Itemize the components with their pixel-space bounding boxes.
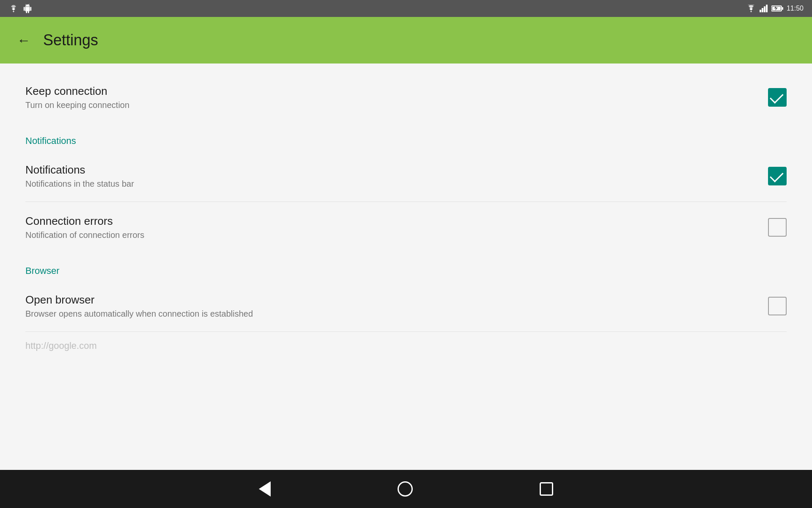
status-bar: 11:50	[0, 0, 812, 17]
setting-title-open-browser: Open browser	[25, 293, 253, 306]
status-left-icons	[8, 4, 32, 13]
signal-icon	[760, 5, 768, 12]
url-placeholder: http://google.com	[25, 340, 97, 351]
checkbox-notifications[interactable]	[768, 167, 787, 185]
nav-back-button[interactable]	[259, 481, 271, 497]
nav-back-icon	[259, 481, 271, 497]
setting-text-open-browser: Open browser Browser opens automatically…	[25, 293, 253, 319]
wifi-icon	[8, 5, 19, 12]
setting-item-open-browser[interactable]: Open browser Browser opens automatically…	[0, 281, 812, 331]
section-title-browser: Browser	[25, 265, 60, 276]
setting-subtitle-open-browser: Browser opens automatically when connect…	[25, 309, 253, 319]
setting-title-notifications: Notifications	[25, 163, 134, 177]
setting-text-connection-errors: Connection errors Notification of connec…	[25, 215, 144, 240]
setting-subtitle-connection-errors: Notification of connection errors	[25, 230, 144, 240]
setting-text-keep-connection: Keep connection Turn on keeping connecti…	[25, 85, 129, 110]
nav-recents-button[interactable]	[540, 482, 553, 496]
setting-item-connection-errors[interactable]: Connection errors Notification of connec…	[0, 202, 812, 253]
section-header-browser: Browser	[0, 253, 812, 281]
page-title: Settings	[43, 31, 98, 49]
setting-title-connection-errors: Connection errors	[25, 215, 144, 228]
battery-status-icon	[771, 5, 783, 12]
nav-recents-icon	[540, 482, 553, 496]
svg-rect-6	[782, 7, 783, 10]
svg-rect-1	[762, 8, 763, 12]
checkbox-open-browser[interactable]	[768, 297, 787, 315]
android-icon	[23, 4, 32, 13]
section-header-notifications: Notifications	[0, 123, 812, 151]
setting-item-keep-connection[interactable]: Keep connection Turn on keeping connecti…	[0, 72, 812, 123]
url-area[interactable]: http://google.com	[0, 332, 812, 364]
checkbox-keep-connection[interactable]	[768, 88, 787, 107]
nav-home-button[interactable]	[398, 481, 413, 497]
setting-subtitle-notifications: Notifications in the status bar	[25, 179, 134, 189]
section-title-notifications: Notifications	[25, 135, 76, 146]
app-bar: ← Settings	[0, 17, 812, 64]
back-button[interactable]: ←	[17, 33, 30, 48]
setting-title-keep-connection: Keep connection	[25, 85, 129, 98]
svg-rect-0	[760, 10, 761, 12]
status-time: 11:50	[787, 5, 804, 12]
setting-subtitle-keep-connection: Turn on keeping connection	[25, 100, 129, 110]
svg-rect-3	[766, 5, 768, 12]
wifi-status-icon	[746, 5, 756, 12]
nav-home-icon	[398, 481, 413, 497]
checkbox-connection-errors[interactable]	[768, 218, 787, 237]
settings-content: Keep connection Turn on keeping connecti…	[0, 64, 812, 470]
nav-bar	[0, 470, 812, 508]
setting-item-notifications[interactable]: Notifications Notifications in the statu…	[0, 151, 812, 202]
svg-rect-2	[764, 6, 765, 12]
status-right-icons: 11:50	[746, 5, 804, 12]
setting-text-notifications: Notifications Notifications in the statu…	[25, 163, 134, 189]
